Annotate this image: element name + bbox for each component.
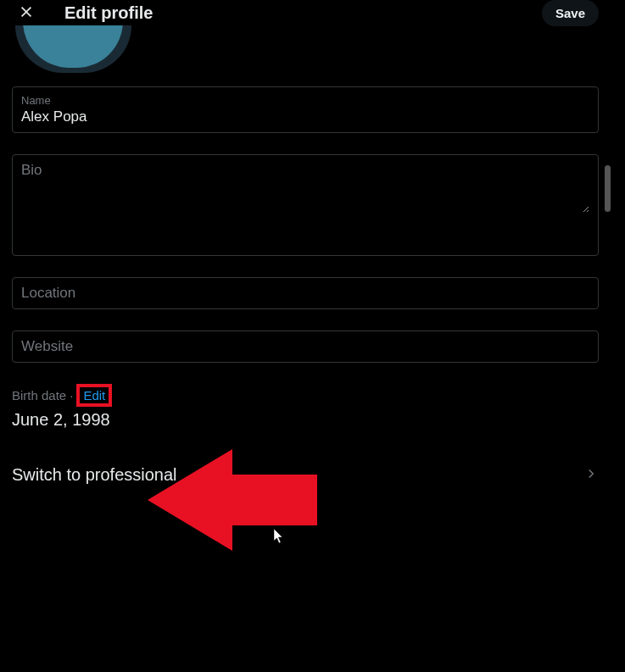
save-button[interactable]: Save [542,0,599,26]
edit-birth-date-link[interactable]: Edit [76,384,112,407]
avatar-section [0,25,611,76]
separator-dot: · [70,388,73,403]
scrollbar[interactable] [605,165,611,212]
chevron-right-icon [583,466,599,485]
website-label: Website [21,329,73,364]
website-field[interactable]: Website [12,330,599,363]
switch-to-professional-row[interactable]: Switch to professional [0,453,611,497]
modal-header: Edit profile Save [0,0,611,25]
edit-profile-modal: Edit profile Save Name Bio Location Webs… [0,0,611,672]
form-fields: Name Bio Location Website [0,86,611,363]
location-field[interactable]: Location [12,277,599,309]
close-button[interactable] [12,0,41,27]
location-label: Location [21,275,75,310]
close-icon [18,3,35,23]
birth-date-label: Birth date [12,388,66,403]
bio-input[interactable] [21,179,589,213]
birth-date-value: June 2, 1998 [12,410,599,430]
page-title: Edit profile [64,3,542,23]
birth-date-section: Birth date · Edit June 2, 1998 [0,384,611,430]
avatar[interactable] [12,25,135,76]
avatar-image [23,25,123,68]
mouse-cursor-icon [274,529,286,547]
name-input[interactable] [21,108,589,125]
name-label: Name [21,94,589,107]
name-field[interactable]: Name [12,86,599,133]
bio-field[interactable]: Bio [12,154,599,256]
birth-date-label-row: Birth date · Edit [12,384,599,407]
switch-to-professional-label: Switch to professional [12,465,177,485]
